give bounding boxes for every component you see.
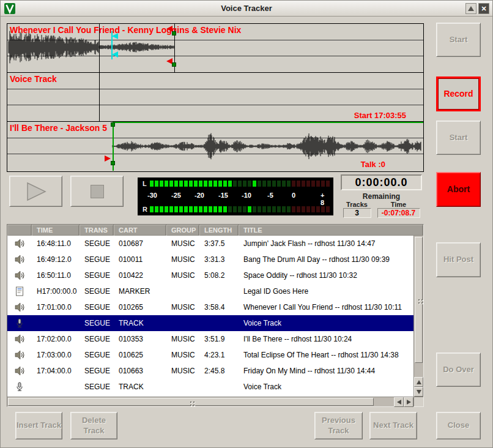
cell-title: Friday On My Mind -- rdhost 11/30 14:44 — [239, 363, 413, 379]
segue-marker-handle[interactable] — [105, 155, 111, 162]
track-editor[interactable]: Whenever I Call You Friend - Kenny Loggi… — [7, 23, 424, 172]
led-segment — [155, 181, 158, 187]
log-row[interactable]: 16:49:12.0SEGUE010011MUSIC3:31.3Bang The… — [7, 252, 413, 267]
log-column-header-icon[interactable] — [7, 225, 32, 236]
remaining-tracks-label: Tracks — [343, 201, 371, 208]
cell-time: 17:02:00.0 — [32, 331, 80, 347]
cell-title: Total Eclipse Of The Heart -- rdhost 11/… — [239, 347, 413, 363]
log-row[interactable]: SEGUETRACKVoice Track — [7, 315, 413, 331]
start-marker-handle[interactable] — [172, 62, 176, 67]
led-segment — [277, 206, 281, 212]
led-segment — [174, 206, 178, 212]
meter-scale-label: -30 — [147, 192, 157, 199]
cell-cart: TRACK — [114, 379, 166, 395]
log-row[interactable]: 16:48:11.0SEGUE010687MUSIC3:37.5Jumpin' … — [7, 236, 413, 252]
play-icon — [24, 182, 48, 201]
led-segment — [160, 206, 163, 212]
close-window-button[interactable]: ✕ — [478, 3, 489, 14]
log-row[interactable]: 17:04:00.0SEGUE010663MUSIC2:45.8Friday O… — [7, 363, 413, 379]
talk-marker-handle[interactable] — [112, 33, 118, 39]
abort-button[interactable]: Abort — [436, 172, 481, 207]
log-table-body[interactable]: 16:48:11.0SEGUE010687MUSIC3:37.5Jumpin' … — [7, 236, 413, 397]
cell-group — [166, 379, 199, 395]
shade-button[interactable] — [465, 3, 476, 14]
scroll-left-button[interactable] — [394, 397, 404, 407]
start-marker-handle[interactable] — [111, 161, 115, 165]
horizontal-scrollbar[interactable] — [7, 397, 413, 406]
track-panel-1[interactable]: Whenever I Call You Friend - Kenny Loggi… — [7, 24, 423, 73]
led-segment — [243, 181, 247, 187]
led-segment — [253, 206, 256, 212]
meter-scale-label: -20 — [195, 192, 204, 199]
start-marker-handle[interactable] — [172, 31, 176, 35]
talk-marker-handle[interactable] — [112, 51, 118, 58]
track-2-title: Voice Track — [10, 74, 57, 84]
log-table: TIMETRANSCARTGROUPLENGTHTITLE 16:48:11.0… — [7, 224, 424, 407]
track-panel-2[interactable]: Voice Track Start 17:03:55 — [7, 73, 423, 122]
do-over-button[interactable]: Do Over — [436, 353, 481, 387]
vertical-scrollbar[interactable] — [413, 236, 423, 397]
log-row[interactable]: 17:02:00.0SEGUE010353MUSIC3:51.9I'll Be … — [7, 331, 413, 347]
log-column-header-time[interactable]: TIME — [32, 225, 80, 236]
log-row[interactable]: 16:50:11.0SEGUE010422MUSIC5:08.2Space Od… — [7, 267, 413, 283]
meter-scale-label: + 8 — [321, 192, 329, 206]
meter-right-leds — [150, 206, 330, 212]
led-segment — [272, 181, 276, 187]
led-segment — [262, 181, 266, 187]
led-segment — [272, 206, 276, 212]
scroll-up-button[interactable] — [414, 377, 423, 387]
record-button[interactable]: Record — [436, 77, 481, 111]
delete-track-button[interactable]: Delete Track — [70, 412, 117, 439]
grid-line — [7, 56, 423, 56]
cell-cart: 010687 — [114, 236, 166, 252]
scroll-right-button[interactable] — [404, 397, 413, 407]
start-button-1[interactable]: Start — [436, 23, 481, 57]
led-segment — [267, 206, 271, 212]
led-segment — [248, 206, 251, 212]
play-button[interactable] — [9, 176, 62, 207]
log-column-header-cart[interactable]: CART — [114, 225, 166, 236]
start-button-2[interactable]: Start — [436, 121, 481, 155]
cell-trans: SEGUE — [80, 347, 114, 363]
cell-trans: SEGUE — [80, 252, 114, 267]
hit-post-button[interactable]: Hit Post — [436, 242, 481, 277]
start-marker-handle[interactable] — [111, 122, 115, 127]
led-segment — [238, 181, 242, 187]
previous-track-button[interactable]: Previous Track — [314, 412, 363, 439]
led-segment — [282, 181, 286, 187]
led-segment — [223, 206, 227, 212]
meter-scale-label: -5 — [267, 192, 273, 199]
stop-button[interactable] — [70, 176, 124, 207]
next-track-button[interactable]: Next Track — [369, 412, 417, 439]
cell-cart: 010663 — [114, 363, 166, 379]
log-column-header-length[interactable]: LENGTH — [199, 225, 239, 236]
log-column-header-title[interactable]: TITLE — [239, 225, 423, 236]
log-row[interactable]: H17:00:00.0SEGUEMARKERLegal ID Goes Here — [7, 283, 413, 299]
speaker-icon — [7, 331, 32, 347]
cell-trans: SEGUE — [80, 379, 114, 395]
close-button[interactable]: Close — [436, 412, 481, 439]
insert-track-button[interactable]: Insert Track — [15, 412, 62, 439]
cell-title: Space Oddity -- rdhost 11/30 10:32 — [239, 267, 413, 283]
meter-scale-label: 0 — [292, 192, 295, 199]
track-panel-3[interactable]: I'll Be There - Jackson 5 Talk :0 — [7, 122, 423, 171]
titlebar[interactable]: Voice Tracker ✕ — [1, 1, 492, 17]
vertical-scrollbar-thumb[interactable] — [415, 237, 423, 363]
log-column-header-group[interactable]: GROUP — [166, 225, 199, 236]
horizontal-scrollbar-thumb[interactable] — [8, 398, 374, 406]
log-row[interactable]: 17:01:00.0SEGUE010265MUSIC3:58.4Whenever… — [7, 299, 413, 315]
led-segment — [228, 206, 232, 212]
log-row[interactable]: 17:03:00.0SEGUE010625MUSIC4:23.1Total Ec… — [7, 347, 413, 363]
scroll-down-button[interactable] — [414, 387, 423, 397]
cell-title: Whenever I Call You Friend -- rdhost 11/… — [239, 299, 413, 315]
led-segment — [199, 181, 202, 187]
led-segment — [233, 181, 237, 187]
arrow-up-icon — [417, 380, 421, 384]
log-column-header-trans[interactable]: TRANS — [80, 225, 114, 236]
speaker-icon — [7, 299, 32, 315]
led-segment — [248, 181, 251, 187]
led-segment — [184, 181, 188, 187]
grid-line — [7, 138, 423, 138]
log-row[interactable]: SEGUETRACKVoice Track — [7, 379, 413, 395]
cell-cart: MARKER — [114, 283, 166, 299]
